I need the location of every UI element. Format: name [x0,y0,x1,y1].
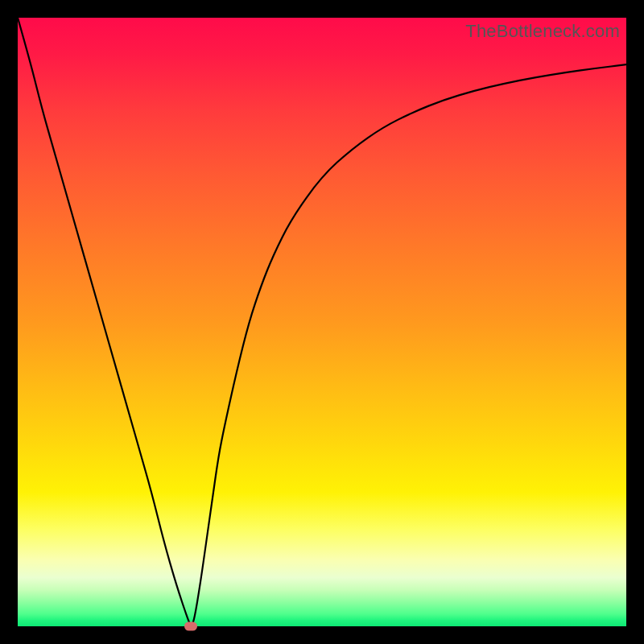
chart-frame: TheBottleneck.com [0,0,644,644]
bottleneck-curve [18,18,626,626]
plot-area: TheBottleneck.com [18,18,626,626]
curve-path [18,18,626,625]
min-marker [184,622,197,631]
